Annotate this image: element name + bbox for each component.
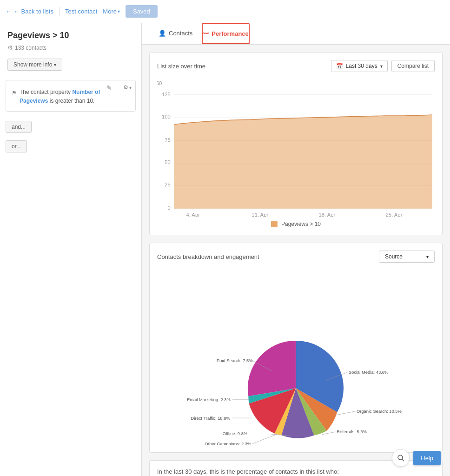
list-title: Pageviews > 10 [7, 31, 134, 40]
show-more-button[interactable]: Show more info ▾ [7, 59, 62, 71]
gear-icon: ⚙ [7, 44, 13, 51]
svg-line-20 [336, 411, 356, 416]
svg-text:Other Campaigns: 2.3%: Other Campaigns: 2.3% [205, 442, 251, 445]
engagement-title: In the last 30 days, this is the percent… [157, 468, 435, 475]
svg-text:18. Apr: 18. Apr [318, 212, 335, 217]
gear-icon: ⚙ [123, 84, 128, 91]
svg-point-34 [398, 455, 403, 460]
pie-chart-svg: Social Media: 43.6% Organic Search: 10.5… [157, 268, 435, 445]
chart-icon: 〰 [203, 30, 209, 37]
svg-text:Social Media: 43.6%: Social Media: 43.6% [349, 370, 388, 375]
date-range-select[interactable]: 📅 Last 30 days ▾ [331, 60, 388, 72]
tab-contacts-label: Contacts [169, 30, 192, 37]
chart-title: List size over time [157, 63, 205, 70]
chevron-down-icon: ▾ [54, 62, 56, 67]
filter-text-post: is greater than 10. [48, 98, 94, 104]
svg-text:50: 50 [165, 159, 171, 165]
filter-text-pre: The contact property [20, 89, 72, 95]
svg-text:0: 0 [168, 205, 171, 211]
chevron-down-icon: ▾ [129, 85, 132, 90]
svg-text:Paid Search: 7.5%: Paid Search: 7.5% [217, 358, 253, 363]
pie-chart-section: Contacts breakdown and engagement Source… [149, 243, 443, 453]
legend-label: Pageviews > 10 [281, 221, 321, 227]
chevron-down-icon: ▾ [118, 9, 120, 14]
svg-text:11. Apr: 11. Apr [251, 212, 268, 217]
svg-text:125: 125 [162, 92, 171, 97]
tab-performance-label: Performance [212, 30, 248, 37]
svg-line-35 [402, 459, 404, 461]
svg-text:75: 75 [165, 137, 171, 143]
date-range-label: Last 30 days [346, 63, 377, 69]
list-size-chart-section: List size over time 📅 Last 30 days ▾ Com… [149, 52, 443, 235]
tab-performance[interactable]: 〰 Performance [202, 23, 249, 44]
chevron-down-icon: ▾ [380, 64, 383, 69]
more-button[interactable]: More ▾ [103, 8, 120, 15]
or-button[interactable]: or... [6, 140, 27, 152]
divider [59, 7, 60, 16]
sidebar: Pageviews > 10 ⚙ 133 contacts Show more … [0, 23, 142, 476]
back-to-lists-link[interactable]: ← ← Back to lists [6, 8, 53, 15]
pie-chart-container: Social Media: 43.6% Organic Search: 10.5… [157, 268, 435, 445]
compare-list-button[interactable]: Compare list [391, 60, 435, 72]
chart-legend: Pageviews > 10 [157, 221, 435, 227]
flag-icon: ⚑ [12, 89, 17, 98]
filter-edit-button[interactable]: ✎ [106, 84, 112, 92]
help-button[interactable]: Help [413, 451, 441, 465]
source-label: Source [385, 253, 403, 260]
saved-button[interactable]: Saved [126, 5, 158, 18]
filter-description: The contact property Number of Pageviews… [20, 88, 130, 106]
svg-text:100: 100 [162, 114, 171, 119]
more-label: More [103, 8, 117, 15]
and-button[interactable]: and... [6, 121, 32, 133]
bottom-right-buttons: Help [392, 449, 441, 467]
svg-text:Offline: 9.8%: Offline: 9.8% [223, 431, 248, 436]
content-area: 👤 Contacts 〰 Performance List size over … [142, 23, 450, 476]
search-button[interactable] [392, 449, 410, 467]
svg-text:25: 25 [165, 182, 171, 187]
svg-text:Organic Search: 10.5%: Organic Search: 10.5% [357, 409, 402, 414]
chart-area: 0 25 50 75 100 125 150 [157, 78, 435, 217]
filter-settings-button[interactable]: ⚙ ▾ [123, 84, 132, 91]
svg-line-26 [252, 434, 277, 443]
svg-text:Email Marketing: 2.3%: Email Marketing: 2.3% [187, 397, 231, 402]
svg-text:Direct Traffic: 18.8%: Direct Traffic: 18.8% [191, 416, 230, 421]
chevron-down-icon: ▾ [426, 254, 429, 259]
back-to-lists-label: ← Back to lists [13, 8, 53, 15]
back-arrow-icon: ← [6, 8, 12, 15]
svg-text:4. Apr: 4. Apr [186, 212, 200, 217]
svg-marker-13 [174, 115, 432, 209]
source-select[interactable]: Source ▾ [379, 251, 435, 263]
person-icon: 👤 [159, 30, 166, 37]
contacts-count: 133 contacts [15, 45, 46, 51]
svg-text:25. Apr: 25. Apr [386, 212, 403, 217]
legend-swatch [271, 221, 278, 227]
search-icon [397, 454, 404, 462]
test-contact-button[interactable]: Test contact [65, 8, 97, 15]
line-chart-svg: 0 25 50 75 100 125 150 [157, 78, 435, 217]
calendar-icon: 📅 [336, 63, 343, 69]
tab-contacts[interactable]: 👤 Contacts [149, 23, 202, 44]
show-more-label: Show more info [13, 61, 52, 68]
tabs: 👤 Contacts 〰 Performance [142, 23, 450, 45]
svg-text:150: 150 [157, 80, 162, 86]
svg-text:Referrals: 5.3%: Referrals: 5.3% [337, 430, 367, 434]
pie-title: Contacts breakdown and engagement [157, 253, 259, 260]
filter-card: ⚙ ▾ ✎ ⚑ The contact property Number of P… [6, 80, 136, 112]
